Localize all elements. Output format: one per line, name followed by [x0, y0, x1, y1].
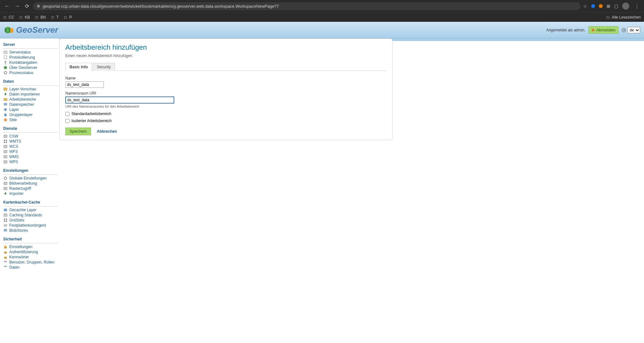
url-bar[interactable]: ⊕ geoportal.ccp.urban-data.cloud/geoserv…	[33, 2, 581, 10]
sidebar-item-wms[interactable]: WMS	[3, 155, 58, 159]
sidebar-item-csw[interactable]: CSW	[3, 134, 58, 138]
svg-rect-23	[4, 161, 7, 163]
svg-rect-27	[4, 209, 7, 211]
sidebar-item-rasterzugriff[interactable]: Rasterzugriff	[3, 186, 58, 191]
geoserver-logo-icon	[4, 25, 14, 35]
sidebar-item-wmts[interactable]: WMTS	[3, 139, 58, 144]
uri-label: Namensraum URI	[65, 91, 386, 96]
sidebar-item-protokollierung[interactable]: Protokollierung	[3, 55, 58, 60]
sidebar-item-prozessstatus[interactable]: Prozessstatus	[3, 71, 58, 75]
sidebar-title: Kartenkachel-Cache	[3, 199, 58, 205]
isolated-workspace-checkbox[interactable]	[65, 119, 70, 123]
forward-button[interactable]: →	[13, 3, 21, 9]
sidebar-item-importer[interactable]: Importer	[3, 191, 58, 196]
svg-point-41	[4, 266, 7, 267]
sidebar-section-kartenkachel-cache: Kartenkachel-Cache Gecachte Layer Cachin…	[3, 199, 58, 233]
svg-point-39	[4, 261, 5, 262]
svg-rect-35	[4, 230, 7, 231]
svg-rect-37	[4, 252, 7, 254]
svg-rect-18	[4, 142, 5, 143]
extension-icon-2[interactable]	[599, 4, 603, 8]
sidebar-item-daten-sicherheit[interactable]: Daten	[3, 265, 58, 270]
sidebar-item-stile[interactable]: Stile	[3, 118, 58, 122]
sidebar-title: Daten	[3, 78, 58, 85]
sidebar-item-arbeitsbereiche[interactable]: Arbeitsbereiche	[3, 97, 58, 102]
header-right: Angemeldet als admin. Abmelden de	[546, 26, 640, 34]
sidebar-item-bildverarbeitung[interactable]: Bildverarbeitung	[3, 181, 58, 186]
sidebar: Server Serverstatus Protokollierung Kont…	[0, 38, 59, 275]
sidebar-item-layer-vorschau[interactable]: Layer-Vorschau	[3, 87, 58, 91]
sidebar-item-kontaktangaben[interactable]: Kontaktangaben	[3, 60, 58, 65]
sidebar-item-uber-geoserver[interactable]: Über GeoServer	[3, 65, 58, 70]
logo[interactable]: GeoServer	[4, 25, 58, 35]
sidebar-item-kennwoerter[interactable]: Kennwörter	[3, 255, 58, 259]
name-label: Name	[65, 76, 386, 80]
profile-avatar[interactable]	[622, 3, 629, 10]
svg-rect-5	[4, 51, 7, 54]
bookmark-star-icon[interactable]: ☆	[583, 4, 587, 9]
sidebar-item-wcs[interactable]: WCS	[3, 144, 58, 149]
svg-point-40	[5, 261, 7, 262]
sidebar-item-gecachte-layer[interactable]: Gecachte Layer	[3, 208, 58, 212]
sidebar-item-globale-einstellungen[interactable]: Globale Einstellungen	[3, 176, 58, 180]
sidebar-item-datenspeicher[interactable]: Datenspeicher	[3, 102, 58, 107]
sidebar-section-server: Server Serverstatus Protokollierung Kont…	[3, 41, 58, 75]
globe-icon	[622, 28, 626, 32]
extension-icon-1[interactable]	[591, 4, 595, 8]
svg-rect-16	[4, 140, 5, 141]
svg-rect-6	[4, 56, 7, 59]
cancel-button[interactable]: Abbrechen	[97, 129, 117, 134]
browser-chrome: ← → ⟳ ⊕ geoportal.ccp.urban-data.cloud/g…	[0, 0, 644, 22]
sidepanel-button[interactable]: ▢	[614, 4, 618, 9]
extensions-button[interactable]: ⊞	[607, 4, 610, 9]
sidebar-item-layer[interactable]: Layer	[3, 107, 58, 112]
sidebar-item-wfs[interactable]: WFS	[3, 149, 58, 154]
folder-icon: 🗀	[606, 15, 610, 20]
sidebar-item-einstellungen[interactable]: Einstellungen	[3, 245, 58, 249]
all-bookmarks[interactable]: 🗀Alle Lesezeichen	[606, 15, 641, 20]
svg-rect-19	[6, 142, 7, 143]
language-select[interactable]: de	[627, 27, 640, 33]
browser-toolbar: ← → ⟳ ⊕ geoportal.ccp.urban-data.cloud/g…	[0, 0, 644, 12]
bookmark-bar: 🗀CC 🗀KB 🗀BN 🗀T 🗀P 🗀Alle Lesezeichen	[0, 12, 644, 22]
svg-rect-17	[6, 140, 7, 141]
main-panel: Arbeitsbereich hinzufügen Einen neuen Ar…	[59, 38, 392, 140]
svg-rect-22	[4, 155, 7, 158]
back-button[interactable]: ←	[3, 3, 11, 9]
svg-rect-38	[4, 257, 7, 259]
sidebar-item-gruppenlayer[interactable]: Gruppenlayer	[3, 113, 58, 117]
bookmark-item[interactable]: 🗀P	[64, 15, 72, 20]
folder-icon: 🗀	[3, 15, 7, 20]
tab-security[interactable]: Security	[93, 63, 115, 71]
default-workspace-checkbox[interactable]	[65, 112, 70, 116]
svg-rect-36	[4, 247, 7, 248]
sidebar-item-serverstatus[interactable]: Serverstatus	[3, 50, 58, 54]
logout-button[interactable]: Abmelden	[589, 26, 618, 34]
sidebar-item-gridsets[interactable]: GridSets	[3, 218, 58, 222]
browser-menu-icon[interactable]: ⋮	[633, 3, 641, 9]
bookmark-item[interactable]: 🗀T	[51, 15, 59, 20]
sidebar-item-benutzer-gruppen-rollen[interactable]: Benutzer, Gruppen, Rollen	[3, 260, 58, 264]
sidebar-item-daten-importieren[interactable]: Daten importieren	[3, 92, 58, 96]
svg-rect-25	[4, 182, 7, 185]
reload-button[interactable]: ⟳	[24, 3, 30, 9]
name-input[interactable]	[65, 81, 104, 88]
svg-point-7	[5, 61, 6, 63]
sidebar-item-wps[interactable]: WPS	[3, 160, 58, 164]
bookmark-item[interactable]: 🗀CC	[3, 15, 14, 20]
sidebar-item-authentifizierung[interactable]: Authentifizierung	[3, 250, 58, 254]
default-workspace-label: Standardarbeitsbereich	[71, 112, 111, 116]
main-wrap: Arbeitsbereich hinzufügen Einen neuen Ar…	[59, 38, 644, 275]
sidebar-item-caching-standards[interactable]: Caching Standards	[3, 213, 58, 217]
bookmark-item[interactable]: 🗀KB	[19, 15, 30, 20]
svg-rect-28	[4, 214, 7, 216]
namespace-uri-input[interactable]	[65, 96, 174, 104]
site-info-icon[interactable]: ⊕	[37, 4, 40, 8]
svg-rect-29	[4, 219, 5, 220]
sidebar-item-festplattenkontingent[interactable]: Festplattenkontingent	[3, 223, 58, 228]
tab-basic-info[interactable]: Basic Info	[65, 63, 92, 71]
sidebar-item-blobstores[interactable]: BlobStores	[3, 228, 58, 233]
svg-point-33	[4, 224, 7, 226]
save-button[interactable]: Speichern	[65, 128, 91, 135]
bookmark-item[interactable]: 🗀BN	[35, 15, 46, 20]
